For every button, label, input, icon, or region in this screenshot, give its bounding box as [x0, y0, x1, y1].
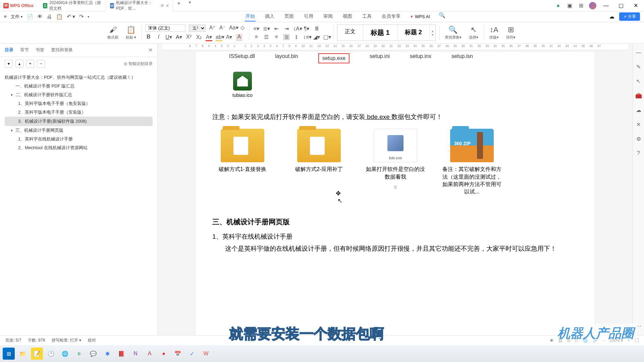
subscript-icon[interactable]: X₂ — [196, 34, 202, 41]
font-color-icon[interactable]: A▾ — [206, 34, 212, 41]
font-dialog-icon[interactable]: A — [236, 34, 243, 41]
decrease-indent-icon[interactable]: ⇤ — [273, 25, 280, 32]
doc-tab-0[interactable]: S 20240414-分享资料汇总（按照文档 — [39, 0, 106, 11]
page-indicator[interactable]: 页面: 5/7 — [5, 338, 21, 343]
line-spacing-icon[interactable]: ↕≡▾ — [303, 34, 310, 40]
close-button[interactable]: ✕ — [631, 2, 641, 9]
menu-view[interactable]: 视图 — [342, 12, 353, 21]
sort-icon[interactable]: ↕A▾ — [293, 25, 300, 32]
paragraph[interactable]: 1、英科宇在线机械设计手册 — [212, 229, 578, 243]
app-icon[interactable]: ✱ — [101, 348, 113, 360]
layout[interactable]: ↕A 排版▾ — [487, 25, 501, 40]
underline-icon[interactable]: U▾ — [165, 34, 172, 41]
chevron-down-icon[interactable]: ▼ — [10, 93, 14, 97]
remove-button[interactable]: − — [37, 60, 45, 68]
document-canvas[interactable]: 8765432112345678910111213141516171819202… — [158, 44, 633, 335]
menu-member[interactable]: 会员专享 — [381, 12, 401, 21]
file-menu[interactable]: 文件 ▾ — [11, 14, 22, 20]
ai-outline-button[interactable]: ◎ 智能识别目录 — [124, 61, 153, 67]
pointer-icon[interactable]: ↖ — [636, 78, 641, 84]
bold-icon[interactable]: B — [145, 34, 152, 41]
dropdown-icon[interactable]: ▾ — [88, 15, 89, 18]
record-icon[interactable]: ● — [158, 348, 170, 360]
share-button[interactable]: ↗ 分享 — [619, 12, 640, 21]
outline-item[interactable]: ▼三、机械设计手册网页版 — [5, 126, 153, 135]
tab-menu-button[interactable]: ▾ — [185, 0, 195, 11]
minimize-button[interactable]: — — [601, 3, 611, 9]
undo-icon[interactable]: ↶ ▾ — [67, 13, 75, 20]
up-button[interactable]: ▴ — [15, 60, 23, 68]
refresh-icon[interactable]: ⟳ — [161, 3, 164, 8]
superscript-icon[interactable]: X² — [185, 34, 192, 41]
apps-icon[interactable]: ⊞ — [578, 2, 584, 9]
menu-review[interactable]: 审阅 — [323, 12, 333, 21]
app-logo[interactable]: W WPS Office — [3, 3, 34, 8]
chevron-down-icon[interactable]: ▼ — [10, 129, 14, 132]
close-icon[interactable]: × — [166, 3, 169, 8]
outline-item[interactable]: 3、机械设计手册(新编软件版 2008) — [5, 117, 153, 126]
edit-icon[interactable]: ✎ — [636, 64, 641, 70]
clock-icon[interactable]: 🕐 — [45, 348, 57, 360]
sidebar-tab-toc[interactable]: 目录 — [5, 47, 13, 53]
paragraph[interactable]: 这个是英科宇做的在线机械设计手册，但有时候网络原因打开很慢，并且其它功能还不完善… — [212, 243, 578, 255]
autocad-icon[interactable]: A — [144, 348, 156, 360]
onenote-icon[interactable]: N — [129, 348, 142, 360]
hamburger-icon[interactable]: ≡ — [4, 14, 7, 19]
outline-item[interactable]: 2、Mechtool 在线机械设计资源网站 — [5, 143, 153, 152]
format-painter[interactable]: 🖌 格式刷 — [105, 25, 120, 40]
export-icon[interactable]: 📋 — [56, 13, 63, 20]
eye-icon[interactable]: 👁 — [550, 338, 554, 343]
horizontal-ruler[interactable]: 8765432112345678910111213141516171819202… — [162, 44, 628, 50]
wechat-icon[interactable]: 💬 — [87, 348, 99, 360]
shading-icon[interactable]: ◢▾ — [313, 34, 320, 40]
sidebar-tab-find[interactable]: 查找和替换 — [51, 47, 73, 53]
search-icon[interactable]: 🔍 — [439, 12, 445, 21]
start-button[interactable]: ⊞ — [3, 348, 15, 360]
font-size-select[interactable]: 五号 — [189, 24, 206, 32]
outline-item[interactable]: 1、英科宇版本电子手册（免安装版） — [5, 99, 153, 108]
show-marks-icon[interactable]: ¶▾ — [303, 25, 310, 32]
change-case-icon[interactable]: Aa▾ — [229, 24, 236, 32]
wps-ai[interactable]: ✦ WPS AI — [410, 12, 430, 21]
ie-icon[interactable]: e — [73, 348, 85, 360]
find-replace[interactable]: 🔍 查找替换▾ — [443, 25, 464, 40]
style-down-icon[interactable]: ▾ — [432, 33, 433, 37]
decrease-font-icon[interactable]: A⁻ — [219, 24, 226, 32]
menu-insert[interactable]: 插入 — [264, 12, 275, 21]
text-direction-icon[interactable]: Ⅲ — [313, 25, 320, 32]
layout-icon[interactable]: ▣ — [566, 2, 573, 9]
align-right-icon[interactable]: ≡ — [273, 34, 280, 40]
sidebar-tab-chapter[interactable]: 章节 — [20, 47, 29, 53]
font-select[interactable] — [145, 24, 185, 32]
menu-page[interactable]: 页面 — [284, 12, 294, 21]
align-left-icon[interactable]: ≡ — [253, 34, 260, 40]
outline-item[interactable]: 一、机械设计手册 PDF 版汇总 — [5, 82, 153, 90]
font-effects-icon[interactable]: A▾ — [226, 34, 232, 41]
arrange[interactable]: ⊞ 排列▾ — [504, 25, 518, 40]
add-tab-button[interactable]: + — [173, 0, 185, 11]
increase-indent-icon[interactable]: ⇥ — [283, 25, 290, 32]
proof[interactable]: 校对 — [88, 338, 96, 343]
select[interactable]: ↖ 选择▾ — [467, 25, 480, 40]
style-h2[interactable]: 标题 2 — [397, 25, 430, 41]
doc-tab-1[interactable]: W 机械设计手册大全：PDF、软... ⟳ × — [106, 0, 173, 11]
pdf-icon[interactable]: 📕 — [115, 348, 127, 360]
user-avatar[interactable] — [589, 2, 596, 9]
increase-font-icon[interactable]: A⁺ — [209, 24, 216, 32]
notes-icon[interactable]: 📝 — [31, 348, 43, 360]
tools-icon[interactable]: ✕ — [636, 121, 641, 128]
edge-icon[interactable]: 🌐 — [59, 348, 71, 360]
help-icon[interactable]: ? — [637, 150, 640, 156]
calendar-icon[interactable]: 📅 — [172, 348, 184, 360]
numbering-icon[interactable]: ≣▾ — [263, 25, 270, 32]
clear-format-icon[interactable]: ◇ — [239, 24, 246, 32]
collapse-icon[interactable]: — — [636, 50, 641, 56]
highlight-icon[interactable]: ab▾ — [216, 34, 222, 41]
distribute-icon[interactable]: ⫿ — [293, 34, 300, 40]
outline-item[interactable]: 机械设计手册大全：PDF、软件与网页版一站式汇总（建议收藏！） — [5, 73, 153, 82]
italic-icon[interactable]: I — [155, 34, 162, 41]
explorer-icon[interactable]: 📁 — [17, 348, 29, 360]
maximize-button[interactable]: ▢ — [616, 2, 626, 9]
close-icon[interactable]: ✕ — [148, 47, 153, 53]
heading-3[interactable]: 三、机械设计手册网页版 — [212, 213, 578, 229]
